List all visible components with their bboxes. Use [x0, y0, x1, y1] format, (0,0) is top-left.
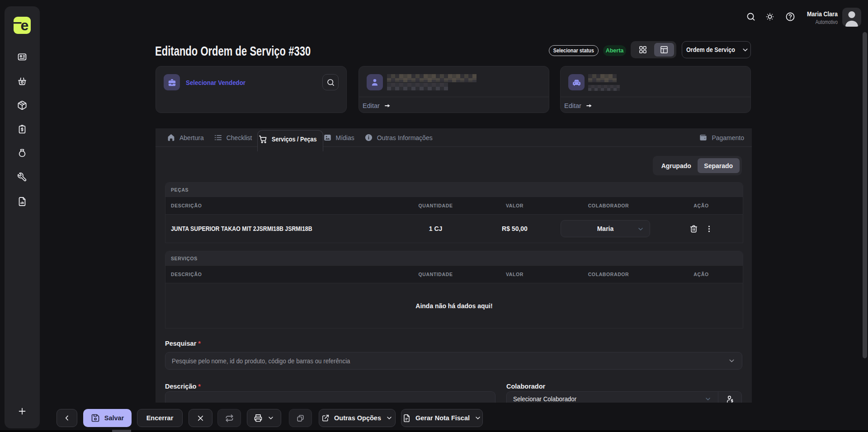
- svg-text:e: e: [21, 17, 29, 33]
